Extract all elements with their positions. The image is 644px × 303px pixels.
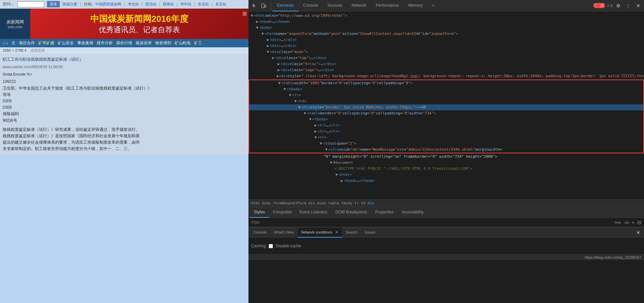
expand-pane-button[interactable]: ⊟ (637, 220, 641, 225)
dom-line-document[interactable]: ▼ #document (248, 160, 644, 166)
drawer-tab-issues[interactable]: Issues (362, 228, 379, 238)
close-drawer-button[interactable]: ✕ (634, 228, 643, 237)
arrow-tbody[interactable]: ▼ (283, 86, 287, 92)
tab-elements[interactable]: Elements (272, 0, 298, 11)
dom-tree[interactable]: ▼ <html xmlns="http://www.w3.org/1999/xh… (248, 11, 644, 199)
arrow-tr-content[interactable]: ▼ (314, 135, 318, 141)
dom-line-tr-col1[interactable]: ▶ <tr> … </tr> (249, 122, 643, 129)
dom-line-tr-content[interactable]: ▼ <tr> (249, 135, 643, 141)
login-button[interactable]: 登录 (47, 1, 60, 7)
nav-accident[interactable]: 事故案例 (76, 40, 95, 46)
breadcrumb-html[interactable]: html (251, 201, 260, 205)
dom-line-inner-tbody[interactable]: ▼ <tbody> (249, 116, 643, 122)
dom-line-iframe-cont[interactable]: "0" marginheight="0" scrolling="no" fram… (248, 154, 644, 160)
subsite-west[interactable]: 中国西部煤炭网 (95, 2, 121, 7)
dom-line-div1[interactable]: ▶ <div> … </div> (248, 37, 644, 43)
breadcrumb-td[interactable]: td (361, 201, 365, 205)
tab-dom-breakpoints[interactable]: DOM Breakpoints (331, 207, 371, 218)
arrow-head[interactable]: ▶ (255, 19, 259, 25)
dom-line-doctype[interactable]: <!DOCTYPE html PUBLIC "-//W3C//DTD HTML … (248, 166, 644, 172)
arrow-tr-col2[interactable]: ▶ (314, 129, 318, 135)
nav-price[interactable]: 煤价行情 (115, 40, 134, 46)
arrow-document[interactable]: ▼ (329, 160, 333, 166)
nav-material[interactable]: 物资调剂 (154, 40, 173, 46)
dom-line-tbody[interactable]: ▼ <tbody> (249, 86, 643, 92)
arrow-tr-col1[interactable]: ▶ (314, 122, 318, 129)
dom-line-body[interactable]: ▼ <body> (248, 25, 644, 31)
dom-line-html[interactable]: ▼ <html xmlns="http://www.w3.org/1999/xh… (248, 13, 644, 19)
dom-line-tr[interactable]: ▼ <tr> (249, 92, 643, 98)
arrow-inner-table[interactable]: ▼ (303, 110, 307, 116)
subsite-northeast1[interactable]: 东北站 (198, 2, 209, 7)
arrow-td[interactable]: ▼ (293, 98, 297, 104)
arrow-table[interactable]: ▼ (277, 80, 281, 86)
arrow-td-colspan[interactable]: ▼ (319, 141, 323, 147)
add-style-button[interactable]: + (632, 220, 635, 225)
subsite-northeast2[interactable]: 东北站 (215, 2, 226, 7)
breadcrumb-table[interactable]: table (328, 201, 339, 205)
dom-line-table[interactable]: ▼ <table width="100%" border="0" cellspa… (249, 80, 643, 86)
close-devtools-button[interactable]: ✕ (634, 1, 643, 10)
arrow-inner-tbody[interactable]: ▼ (308, 116, 312, 122)
breadcrumb-divmian[interactable]: div.mian (308, 201, 326, 205)
dom-line-iframe[interactable]: ▼ <iframe id="wh" name="NewMessage" src=… (249, 147, 643, 153)
tab-memory[interactable]: Memory (404, 0, 427, 11)
nav-brother[interactable]: 矿哥矿嫂 (37, 40, 56, 46)
breadcrumb-div[interactable]: div (367, 201, 374, 205)
filter-input[interactable] (251, 220, 614, 225)
nav-supply[interactable]: 煤炭供求 (134, 40, 153, 46)
tab-more[interactable]: » (427, 0, 439, 11)
arrow-mian[interactable]: ▼ (266, 49, 270, 55)
more-options-button[interactable]: ⋮ (624, 1, 633, 10)
dom-line-div-selected[interactable]: ▼ <div style="border: 1px solid #b0cfee;… (249, 104, 643, 110)
dom-line-div-logo[interactable]: ▶ <div class="logo" > … </div> (248, 67, 644, 73)
dom-line-div-mian[interactable]: ▼ <div class="mian" > (248, 49, 644, 55)
cursor-tool-button[interactable] (250, 1, 259, 10)
dom-line-form[interactable]: ▼ <form name="aspnetForm" method="post" … (248, 31, 644, 37)
tab-properties[interactable]: Properties (371, 207, 398, 218)
tab-network[interactable]: Network (347, 0, 371, 11)
disable-cache-checkbox[interactable] (269, 244, 273, 248)
tab-event-listeners[interactable]: Event Listeners (295, 207, 331, 218)
dom-line-tr-col2[interactable]: ▶ <tr> … </tr> (249, 129, 643, 135)
drawer-tab-console[interactable]: Console (250, 228, 270, 238)
cls-pseudo-button[interactable]: .cls (624, 220, 629, 224)
nav-wen[interactable]: 文 (10, 40, 17, 46)
dom-line-html-inner[interactable]: ▼ <html> (248, 172, 644, 178)
dom-line-div2[interactable]: ▶ <div> … </div> (248, 43, 644, 49)
breadcrumb-tbody[interactable]: tbody (341, 201, 352, 205)
drawer-tab-network-conditions[interactable]: Network conditions ✕ (298, 228, 342, 238)
dom-line-td-colspan[interactable]: ▼ <td colspan="2" > (249, 141, 643, 147)
nav-market[interactable]: 煤市分析 (95, 40, 114, 46)
drawer-tab-whatsnew[interactable]: What's New (271, 228, 297, 238)
nav-cooperation[interactable]: 项目合作 (17, 40, 36, 46)
subsite-southwest[interactable]: 西南站 (163, 2, 174, 7)
hover-pseudo-button[interactable]: :hov (614, 220, 621, 224)
device-tool-button[interactable] (259, 1, 268, 10)
tab-styles[interactable]: Styles (250, 207, 269, 218)
pwd-input[interactable] (17, 1, 44, 7)
breadcrumb-form[interactable]: form#aspnetForm (273, 201, 306, 205)
drawer-tab-search[interactable]: Search (342, 228, 361, 238)
subsite-central[interactable]: 华中站 (180, 2, 191, 7)
arrow-html[interactable]: ▼ (250, 13, 254, 19)
dom-line-head[interactable]: ▶ <head> … </head> (248, 19, 644, 25)
arrow-body[interactable]: ▼ (255, 25, 259, 31)
dom-line-td[interactable]: ▼ <td> (249, 98, 643, 104)
nav-worker[interactable]: 矿工 (193, 40, 203, 46)
nav-electric[interactable]: 矿山机电 (173, 40, 192, 46)
quick-register-link[interactable]: 快速注册 (62, 2, 77, 7)
arrow-div1[interactable]: ▶ (266, 37, 270, 43)
dom-line-div-top[interactable]: ▶ <div class="top" > … </div> (248, 55, 644, 61)
tab-sources[interactable]: Sources (323, 0, 347, 11)
settings-button[interactable]: ⚙ (614, 1, 623, 10)
tab-accessibility[interactable]: Accessibility (398, 207, 427, 218)
nav-safety[interactable]: 矿山安全 (56, 40, 75, 46)
subsite-north[interactable]: 华北站 (128, 2, 139, 7)
dom-line-div-style[interactable]: ▶ <div style=" clear:left; background-im… (248, 73, 644, 79)
breadcrumb-body[interactable]: body (262, 201, 271, 205)
tab-console[interactable]: Console (298, 0, 323, 11)
arrow-top[interactable]: ▶ (271, 55, 275, 61)
arrow-tr[interactable]: ▼ (288, 92, 292, 98)
arrow-head-inner[interactable]: ▶ (340, 178, 344, 184)
